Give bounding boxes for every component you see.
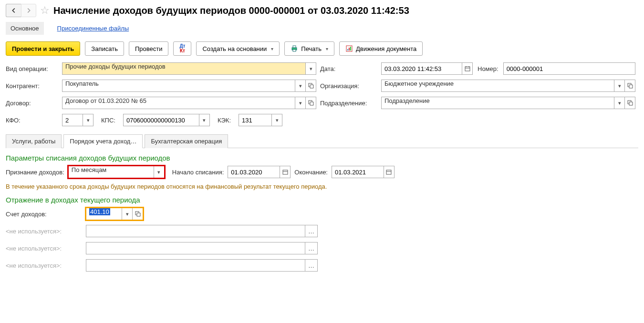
- write-button[interactable]: Записать: [85, 41, 124, 56]
- hint-text: В течение указанного срока доходы будущи…: [6, 183, 638, 190]
- number-label: Номер:: [478, 65, 499, 72]
- forward-button[interactable]: [21, 4, 36, 17]
- end-label: Окончание:: [294, 169, 328, 176]
- tab-main[interactable]: Основное: [6, 22, 44, 35]
- department-dropdown[interactable]: ▾: [614, 97, 625, 109]
- tab-attached-files[interactable]: Присоединенные файлы: [52, 22, 134, 35]
- kps-label: КПС:: [101, 117, 115, 124]
- start-date-input[interactable]: [228, 166, 280, 178]
- analytics-select-1[interactable]: …: [305, 225, 318, 237]
- svg-rect-4: [347, 49, 348, 50]
- svg-rect-15: [283, 170, 288, 174]
- kfo-label: КФО:: [6, 117, 54, 124]
- analytics-input-3[interactable]: [86, 259, 305, 272]
- kps-dropdown[interactable]: ▾: [199, 114, 210, 126]
- not-used-label-3: <не используется>:: [6, 262, 82, 269]
- income-account-open-button[interactable]: [133, 208, 143, 220]
- counterparty-dropdown[interactable]: ▾: [295, 80, 306, 92]
- calendar-icon: [282, 169, 288, 175]
- department-input[interactable]: Подразделение: [381, 97, 614, 109]
- svg-rect-6: [350, 47, 351, 50]
- open-icon: [308, 83, 314, 89]
- post-button[interactable]: Провести: [129, 41, 169, 56]
- recognition-label: Признание доходов:: [6, 169, 64, 176]
- income-account-input[interactable]: 401.10: [86, 208, 122, 220]
- operation-type-label: Вид операции:: [6, 65, 58, 72]
- organization-label: Организация:: [320, 82, 377, 90]
- counterparty-input[interactable]: Покупатель: [62, 80, 295, 92]
- analytics-select-2[interactable]: …: [305, 242, 318, 254]
- svg-rect-1: [293, 46, 296, 48]
- dtkt-icon: ДтКт: [179, 44, 185, 53]
- department-label: Подразделение:: [320, 100, 377, 107]
- document-movements-button[interactable]: Движения документа: [339, 41, 423, 56]
- svg-rect-2: [293, 50, 296, 51]
- contract-input[interactable]: Договор от 01.03.2020 № 65: [62, 97, 295, 109]
- printer-icon: [291, 45, 298, 52]
- operation-type-dropdown[interactable]: ▾: [306, 62, 316, 75]
- recognition-input[interactable]: По месяцам: [68, 166, 154, 178]
- end-date-input[interactable]: [332, 166, 384, 178]
- post-and-close-button[interactable]: Провести и закрыть: [6, 41, 80, 56]
- not-used-label-2: <не используется>:: [6, 245, 82, 252]
- report-icon: [345, 45, 353, 52]
- svg-rect-5: [349, 48, 350, 50]
- end-calendar-button[interactable]: [384, 166, 395, 178]
- print-button[interactable]: Печать▾: [284, 41, 334, 56]
- operation-type-input[interactable]: Прочие доходы будущих периодов: [62, 62, 306, 75]
- tab-accounting-operation[interactable]: Бухгалтерская операция: [145, 134, 228, 148]
- income-account-label: Счет доходов:: [6, 211, 82, 218]
- contract-open-button[interactable]: [306, 97, 316, 109]
- calendar-icon: [386, 169, 392, 175]
- chevron-down-icon: ▾: [271, 46, 273, 51]
- organization-input[interactable]: Бюджетное учреждение: [381, 80, 614, 92]
- tab-income-order[interactable]: Порядок учета доход…: [63, 134, 143, 148]
- date-calendar-button[interactable]: [462, 62, 473, 75]
- counterparty-open-button[interactable]: [306, 80, 316, 92]
- chevron-down-icon: ▾: [326, 46, 328, 51]
- star-icon[interactable]: ☆: [40, 4, 50, 17]
- kek-dropdown[interactable]: ▾: [272, 114, 282, 126]
- analytics-input-1[interactable]: [86, 225, 305, 237]
- analytics-input-2[interactable]: [86, 242, 305, 254]
- date-input[interactable]: [381, 62, 462, 75]
- recognition-highlight: По месяцам ▾: [68, 166, 165, 178]
- income-account-dropdown[interactable]: ▾: [122, 208, 133, 220]
- organization-dropdown[interactable]: ▾: [614, 80, 625, 92]
- svg-rect-17: [386, 170, 391, 174]
- svg-rect-7: [465, 67, 470, 71]
- kfo-input[interactable]: [62, 114, 83, 126]
- date-label: Дата:: [320, 65, 377, 72]
- contract-label: Договор:: [6, 100, 58, 107]
- kek-label: КЭК:: [218, 117, 231, 124]
- income-account-highlight: 401.10 ▾: [86, 208, 143, 220]
- open-icon: [308, 100, 314, 106]
- kek-input[interactable]: [239, 114, 272, 126]
- tab-services[interactable]: Услуги, работы: [6, 134, 62, 148]
- number-input[interactable]: [503, 62, 635, 75]
- open-icon: [135, 211, 141, 217]
- counterparty-label: Контрагент:: [6, 82, 58, 90]
- create-from-button[interactable]: Создать на основании▾: [196, 41, 280, 56]
- organization-open-button[interactable]: [625, 80, 635, 92]
- not-used-label-1: <не используется>:: [6, 228, 82, 235]
- department-open-button[interactable]: [625, 97, 635, 109]
- open-icon: [627, 83, 633, 89]
- open-icon: [627, 100, 633, 106]
- calendar-icon: [465, 66, 470, 71]
- section-title-params: Параметры списания доходов будущих перио…: [6, 154, 638, 162]
- start-label: Начало списания:: [172, 169, 224, 176]
- kfo-dropdown[interactable]: ▾: [83, 114, 93, 126]
- section-title-reflection: Отражение в доходах текущего периода: [6, 196, 638, 204]
- dtkt-button[interactable]: ДтКт: [173, 41, 191, 56]
- contract-dropdown[interactable]: ▾: [295, 97, 306, 109]
- analytics-select-3[interactable]: …: [305, 259, 318, 272]
- recognition-dropdown[interactable]: ▾: [154, 166, 165, 178]
- start-calendar-button[interactable]: [280, 166, 291, 178]
- back-button[interactable]: [6, 4, 21, 17]
- kps-input[interactable]: [123, 114, 199, 126]
- page-title: Начисление доходов будущих периодов 0000…: [53, 5, 409, 16]
